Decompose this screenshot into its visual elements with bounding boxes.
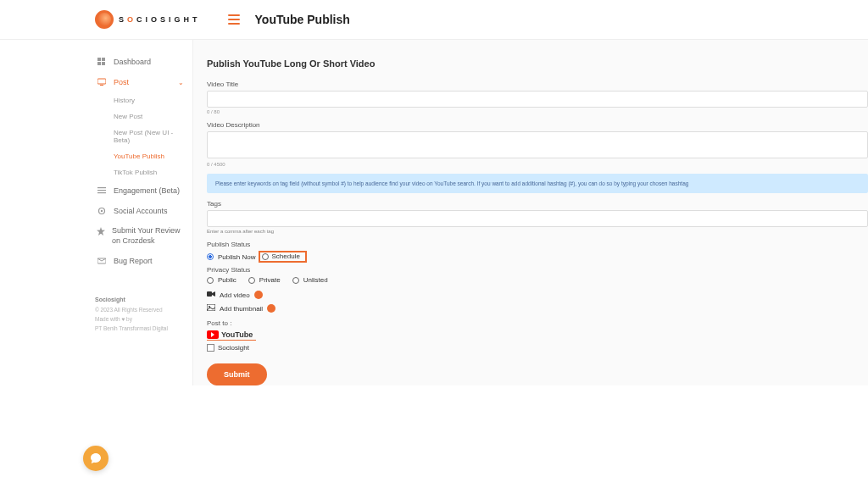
subnav-new-post[interactable]: New Post (114, 108, 186, 125)
sidebar-item-engagement[interactable]: Engagement (Beta) (95, 180, 186, 201)
star-icon (97, 226, 105, 236)
tags-help: Enter a comma after each tag (207, 229, 868, 234)
svg-rect-7 (97, 190, 106, 191)
sidebar-item-social[interactable]: Social Accounts (95, 201, 186, 221)
list-icon (97, 186, 107, 196)
sidebar-item-label: Bug Report (114, 257, 153, 265)
tags-hint: Please enter keywords on tag field (with… (207, 174, 868, 193)
post-to-label: Post to : (207, 319, 868, 327)
subnav-history[interactable]: History (114, 92, 186, 108)
footer-brand: Sociosight (95, 295, 186, 305)
account-label: Sociosight (218, 344, 249, 352)
radio-publish-now-label: Publish Now (218, 253, 255, 261)
sidebar-item-label: Post (114, 78, 129, 86)
svg-marker-11 (97, 227, 105, 236)
radio-private[interactable] (248, 277, 255, 284)
dashboard-icon (97, 57, 107, 67)
submit-button[interactable]: Submit (207, 363, 267, 385)
svg-rect-6 (97, 187, 106, 188)
chat-widget[interactable] (83, 446, 108, 471)
sidebar-item-bug[interactable]: Bug Report (95, 251, 186, 271)
svg-rect-13 (207, 291, 212, 297)
content: Publish YouTube Long Or Short Video Vide… (193, 40, 868, 385)
sidebar-item-label: Dashboard (114, 58, 151, 66)
video-title-counter: 0 / 80 (207, 109, 868, 114)
mail-icon (97, 256, 107, 266)
svg-rect-4 (97, 79, 106, 84)
footer-company: PT Benih Transformasi Digital (95, 324, 186, 333)
tags-label: Tags (207, 200, 868, 208)
sidebar-item-dashboard[interactable]: Dashboard (95, 52, 186, 72)
subnav-youtube-publish[interactable]: YouTube Publish (114, 148, 186, 164)
sidebar-item-label: Submit Your Review on Crozdesk (112, 226, 184, 246)
add-video-badge-icon (254, 291, 263, 299)
add-video-button[interactable]: Add video (220, 291, 250, 299)
video-desc-counter: 0 / 4500 (207, 162, 868, 167)
panel-title: Publish YouTube Long Or Short Video (207, 58, 868, 69)
video-title-input[interactable] (207, 91, 868, 108)
sidebar-item-label: Engagement (Beta) (114, 186, 180, 195)
video-title-label: Video Title (207, 80, 868, 88)
tags-input[interactable] (207, 210, 868, 227)
brand-logo[interactable]: SOCIOSIGHT (95, 10, 201, 29)
sidebar: Dashboard Post ⌄ History New Post New Po… (85, 40, 193, 385)
page-title: YouTube Publish (255, 13, 350, 26)
svg-rect-0 (97, 58, 101, 61)
account-checkbox[interactable] (207, 344, 214, 352)
image-icon (207, 304, 215, 313)
youtube-icon (207, 330, 219, 339)
radio-schedule-label: Schedule (271, 252, 299, 260)
add-thumb-badge-icon (267, 304, 275, 313)
radio-publish-now[interactable] (207, 253, 214, 260)
radio-public-label: Public (218, 276, 236, 284)
youtube-underline (207, 340, 256, 341)
subnav-tiktok-publish[interactable]: TikTok Publish (114, 164, 186, 180)
video-camera-icon (207, 291, 215, 299)
brand-text: SOCIOSIGHT (119, 15, 201, 24)
video-desc-input[interactable] (207, 131, 868, 158)
youtube-channel-pill: YouTube (207, 330, 253, 339)
sidebar-footer: Sociosight © 2023 All Rights Reserved Ma… (95, 295, 186, 333)
privacy-status-label: Privacy Status (207, 266, 868, 274)
radio-private-label: Private (259, 276, 281, 284)
footer-copy: © 2023 All Rights Reserved (95, 305, 186, 314)
publish-status-label: Publish Status (207, 241, 868, 248)
topbar: SOCIOSIGHT YouTube Publish (0, 0, 868, 40)
svg-marker-14 (212, 291, 215, 297)
svg-rect-2 (97, 62, 101, 65)
youtube-label: YouTube (221, 330, 253, 339)
svg-rect-8 (97, 192, 106, 193)
radio-public[interactable] (207, 277, 214, 284)
svg-rect-15 (207, 304, 215, 311)
gear-icon (97, 206, 107, 216)
chevron-down-icon: ⌄ (178, 79, 184, 86)
sidebar-item-review[interactable]: Submit Your Review on Crozdesk (95, 221, 186, 251)
svg-rect-5 (100, 85, 103, 86)
sidebar-item-post[interactable]: Post ⌄ (95, 72, 186, 92)
monitor-icon (97, 77, 107, 87)
schedule-highlight: Schedule (259, 251, 306, 263)
footer-made: Made with ♥ by (95, 314, 186, 324)
sidebar-item-label: Social Accounts (114, 207, 168, 215)
radio-unlisted-label: Unlisted (303, 276, 328, 284)
chat-icon (89, 452, 103, 465)
svg-rect-1 (102, 58, 105, 61)
radio-schedule[interactable] (262, 253, 269, 260)
add-thumbnail-button[interactable]: Add thumbnail (220, 305, 263, 313)
subnav-new-post-beta[interactable]: New Post (New UI - Beta) (114, 125, 186, 148)
video-desc-label: Video Description (207, 121, 868, 129)
svg-rect-3 (102, 62, 105, 65)
post-subnav: History New Post New Post (New UI - Beta… (95, 92, 186, 180)
radio-unlisted[interactable] (292, 277, 299, 284)
brand-mark-icon (95, 10, 114, 29)
svg-point-10 (101, 210, 103, 212)
menu-toggle-icon[interactable] (228, 14, 240, 25)
